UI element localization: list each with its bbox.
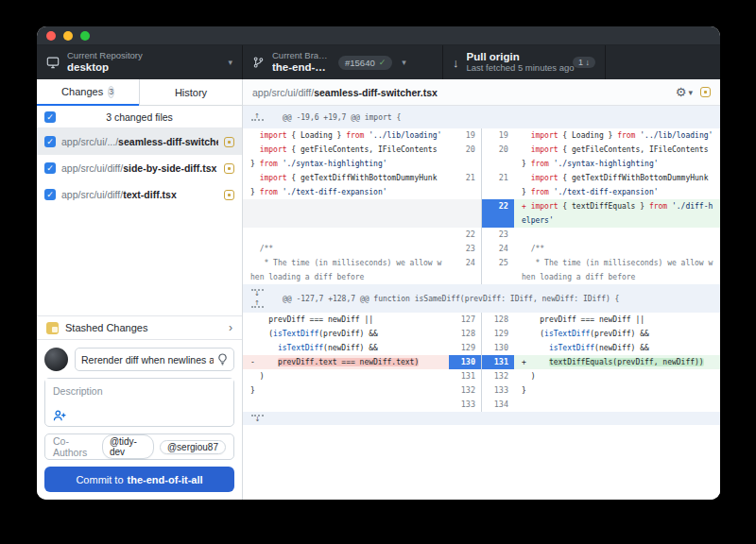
diff-right-side: isTextDiff(newDiff) &&130 xyxy=(482,341,720,355)
line-number[interactable]: 128 xyxy=(482,313,514,327)
coauthor-pill[interactable]: @sergiou87 xyxy=(160,440,226,454)
diff-left-side: )131 xyxy=(243,369,481,383)
line-number[interactable]: 24 xyxy=(482,242,514,256)
diff-line: import { getTextDiffWithBottomDummyHunk … xyxy=(243,171,720,199)
pull-origin-button[interactable]: ↓ Pull origin Last fetched 5 minutes ago… xyxy=(443,45,606,79)
file-checkbox[interactable] xyxy=(44,162,56,174)
coauthor-pill[interactable]: @tidy-dev xyxy=(102,434,154,459)
modified-file-icon xyxy=(700,87,711,97)
line-number[interactable]: 20 xyxy=(449,143,481,171)
line-number[interactable]: 23 xyxy=(449,242,481,256)
hunk-header: ↑@@ -19,6 +19,7 @@ import { xyxy=(243,106,720,128)
stashed-changes-row[interactable]: Stashed Changes › xyxy=(37,315,242,340)
line-number[interactable]: 132 xyxy=(482,369,514,383)
diff-left-side: import { getTextDiffWithBottomDummyHunk … xyxy=(243,171,481,199)
file-row-text-diff[interactable]: app/src/ui/diff/text-diff.tsx xyxy=(37,181,242,208)
commit-button[interactable]: Commit to the-end-of-it-all xyxy=(44,467,234,492)
expand-strip: ↓ xyxy=(243,412,720,425)
current-repository-label: Current Repository xyxy=(67,51,143,61)
diff-line: isTextDiff(newDiff) &&129 isTextDiff(new… xyxy=(243,341,720,355)
file-row-side-by-side-diff[interactable]: app/src/ui/diff/side-by-side-diff.tsx xyxy=(37,155,242,181)
line-number[interactable]: 23 xyxy=(482,228,514,242)
ci-check-icon: ✓ xyxy=(379,58,387,67)
sidebar: Changes 3 History 3 changed files app/sr… xyxy=(37,79,243,500)
current-repository-button[interactable]: Current Repository desktop ▾ xyxy=(37,45,243,79)
line-number[interactable]: 19 xyxy=(482,128,514,143)
diff-line: 133134 xyxy=(243,398,720,412)
line-number[interactable]: 132 xyxy=(449,383,481,398)
expand-up-button[interactable]: ↑ xyxy=(251,300,264,308)
line-number[interactable]: 20 xyxy=(482,143,514,171)
chevron-right-icon: › xyxy=(229,321,232,334)
commit-summary-input[interactable] xyxy=(81,354,214,366)
line-number[interactable]: 22 xyxy=(482,199,514,228)
changes-history-tabs: Changes 3 History xyxy=(37,79,242,106)
current-branch-button[interactable]: Current Bra… the-end-of… #15640 ✓ ▾ xyxy=(243,45,443,79)
stashed-changes-label: Stashed Changes xyxy=(65,322,147,333)
chevron-down-icon: ▾ xyxy=(688,88,693,97)
line-number[interactable]: 21 xyxy=(449,171,481,199)
desktop-computer-icon xyxy=(46,56,60,69)
diff-code: - prevDiff.text === newDiff.text) xyxy=(243,355,449,369)
chevron-down-icon: ▾ xyxy=(228,58,232,67)
expand-up-button[interactable]: ↑ xyxy=(251,113,264,121)
diff-left-side: * The time (in milliseconds) we allow w … xyxy=(243,256,481,284)
line-number[interactable]: 24 xyxy=(449,256,481,284)
line-number[interactable]: 134 xyxy=(482,398,514,412)
select-all-checkbox[interactable] xyxy=(44,111,56,123)
tab-history[interactable]: History xyxy=(139,79,242,106)
diff-left-side: prevDiff === newDiff ||127 xyxy=(243,313,481,327)
line-number[interactable] xyxy=(449,199,481,228)
diff-left-side: 133 xyxy=(243,398,481,412)
diff-line: 2223 xyxy=(243,228,720,242)
line-number[interactable]: 130 xyxy=(449,355,481,369)
diff-left-side: import { Loading } from '../lib/loading'… xyxy=(243,128,481,143)
line-number[interactable]: 133 xyxy=(449,398,481,412)
commit-description-textarea[interactable] xyxy=(45,379,233,407)
diff-code: prevDiff === newDiff || xyxy=(514,313,720,327)
line-number[interactable]: 133 xyxy=(482,383,514,398)
line-number[interactable]: 131 xyxy=(482,355,514,369)
file-checkbox[interactable] xyxy=(44,189,56,200)
diff-body: ↑@@ -19,6 +19,7 @@ import { import { Loa… xyxy=(243,106,720,500)
line-number[interactable]: 129 xyxy=(482,327,514,341)
line-number[interactable]: 130 xyxy=(482,341,514,355)
diff-left-side xyxy=(243,199,481,228)
diff-left-side: }132 xyxy=(243,383,481,398)
expand-down-button[interactable]: ↓ xyxy=(251,289,264,297)
tab-history-label: History xyxy=(175,87,207,98)
file-checkbox[interactable] xyxy=(44,136,56,147)
diff-left-side: 22 xyxy=(243,228,481,242)
diff-code xyxy=(243,199,449,228)
diff-code: import { getTextDiffWithBottomDummyHunk … xyxy=(243,171,449,199)
line-number[interactable]: 129 xyxy=(449,341,481,355)
line-number[interactable]: 131 xyxy=(449,369,481,383)
diff-file-path: app/src/ui/diff/seamless-diff-switcher.t… xyxy=(252,87,668,98)
dotted-line xyxy=(251,306,264,308)
diff-line: - prevDiff.text === newDiff.text)130+ te… xyxy=(243,355,720,369)
line-number[interactable]: 127 xyxy=(449,313,481,327)
diff-options-button[interactable]: ⚙ ▾ xyxy=(676,85,693,99)
modified-file-icon xyxy=(224,137,234,147)
titlebar xyxy=(37,26,720,45)
tab-changes[interactable]: Changes 3 xyxy=(37,79,139,106)
diff-code: ) xyxy=(243,369,449,383)
line-number[interactable]: 19 xyxy=(449,128,481,143)
add-coauthor-button[interactable] xyxy=(53,410,66,421)
hunk-header-text: @@ -19,6 +19,7 @@ import { xyxy=(283,113,401,122)
line-number[interactable]: 21 xyxy=(482,171,514,199)
file-row-seamless-diff-switcher[interactable]: app/src/ui/.../seamless-diff-switcher.ts… xyxy=(37,128,242,155)
line-number[interactable]: 22 xyxy=(449,228,481,242)
line-number[interactable]: 128 xyxy=(449,327,481,341)
sidebar-empty-area xyxy=(37,208,242,315)
line-number[interactable]: 25 xyxy=(482,256,514,284)
minimize-window-button[interactable] xyxy=(63,31,73,41)
diff-code: import { getFileContents, IFileContents … xyxy=(514,143,720,171)
expand-down-button[interactable]: ↓ xyxy=(251,415,264,422)
diff-line: import { getFileContents, IFileContents … xyxy=(243,143,720,171)
modified-file-icon xyxy=(224,163,234,174)
commit-form: Co-Authors @tidy-dev @sergiou87 Commit t… xyxy=(37,340,242,500)
zoom-window-button[interactable] xyxy=(80,31,90,41)
diff-code: import { getFileContents, IFileContents … xyxy=(243,143,449,171)
close-window-button[interactable] xyxy=(46,31,56,41)
